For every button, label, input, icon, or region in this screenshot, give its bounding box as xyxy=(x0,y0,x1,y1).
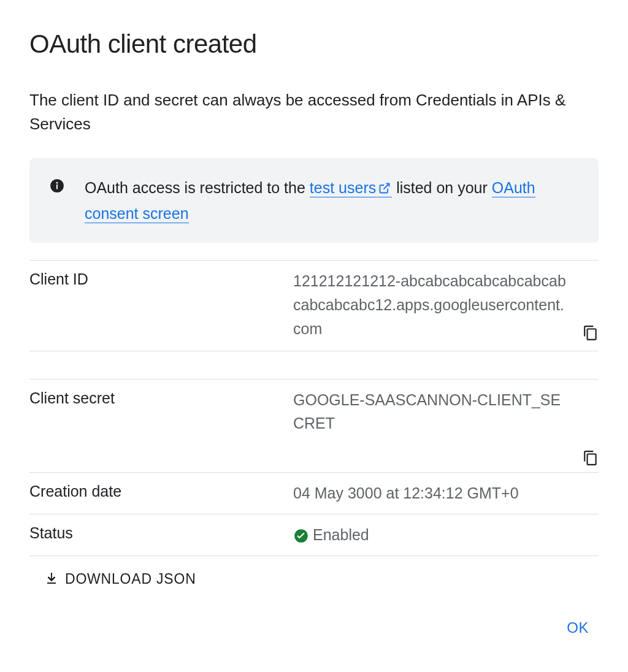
dialog-subtitle: The client ID and secret can always be a… xyxy=(29,88,599,136)
dialog-title: OAuth client created xyxy=(29,29,599,59)
creation-date-label: Creation date xyxy=(29,481,293,500)
copy-icon[interactable] xyxy=(583,449,599,465)
dialog-actions: OK xyxy=(29,601,599,643)
creation-date-row: Creation date 04 May 3000 at 12:34:12 GM… xyxy=(29,473,599,514)
ok-button[interactable]: OK xyxy=(557,613,599,643)
status-value: Enabled xyxy=(293,523,599,547)
banner-prefix: OAuth access is restricted to the xyxy=(85,179,310,196)
svg-line-3 xyxy=(384,184,389,189)
info-icon xyxy=(49,178,65,194)
client-secret-value: GOOGLE-SAASCANNON-CLIENT_SECRET xyxy=(293,388,599,436)
spacer-row xyxy=(29,351,599,380)
svg-point-2 xyxy=(56,182,58,184)
status-label: Status xyxy=(29,523,293,542)
copy-icon[interactable] xyxy=(583,324,599,340)
client-id-row: Client ID 121212121212-abcabcabcabcabcab… xyxy=(29,261,599,351)
svg-rect-5 xyxy=(47,582,56,584)
info-banner-text: OAuth access is restricted to the test u… xyxy=(85,175,579,226)
info-banner: OAuth access is restricted to the test u… xyxy=(29,158,599,243)
client-secret-label: Client secret xyxy=(29,388,293,407)
banner-middle: listed on your xyxy=(392,179,492,196)
client-id-value: 121212121212-abcabcabcabcabcabcabcabcabc… xyxy=(293,269,599,340)
client-secret-row: Client secret GOOGLE-SAASCANNON-CLIENT_S… xyxy=(29,380,599,473)
svg-rect-1 xyxy=(56,185,58,189)
status-row: Status Enabled xyxy=(29,514,599,556)
test-users-link[interactable]: test users xyxy=(310,179,392,197)
oauth-created-dialog: OAuth client created The client ID and s… xyxy=(0,0,628,672)
client-id-label: Client ID xyxy=(29,269,293,288)
check-circle-icon xyxy=(293,527,309,543)
creation-date-value: 04 May 3000 at 12:34:12 GMT+0 xyxy=(293,481,599,505)
external-link-icon xyxy=(378,177,391,201)
download-json-button[interactable]: DOWNLOAD JSON xyxy=(29,562,599,596)
details-table: Client ID 121212121212-abcabcabcabcabcab… xyxy=(29,260,599,556)
download-icon xyxy=(44,571,59,586)
